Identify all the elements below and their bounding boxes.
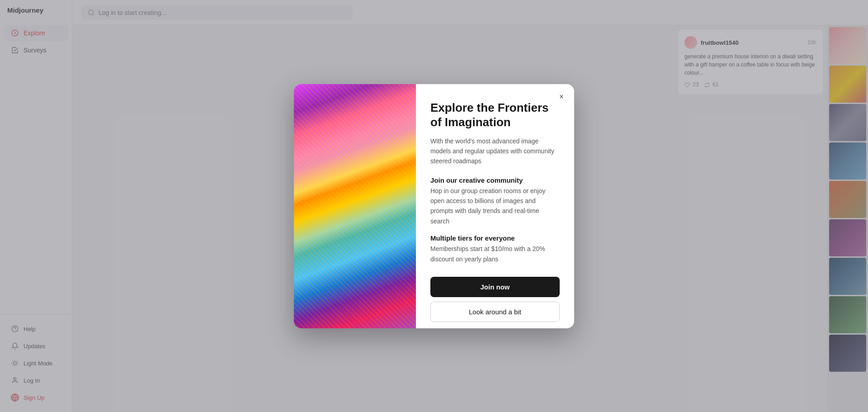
section2-title: Multiple tiers for everyone: [430, 234, 560, 242]
modal-backdrop: × Explore the Frontiers of Imagination W…: [0, 0, 868, 412]
close-button[interactable]: ×: [555, 90, 568, 103]
section1-text: Hop in our group creation rooms or enjoy…: [430, 186, 560, 227]
modal-image: [294, 84, 416, 328]
look-around-button[interactable]: Look around a bit: [430, 302, 560, 322]
join-now-button[interactable]: Join now: [430, 277, 560, 297]
modal-actions: Join now Look around a bit Already have …: [430, 272, 560, 328]
modal-title: Explore the Frontiers of Imagination: [430, 100, 560, 130]
modal-section-tiers: Multiple tiers for everyone Memberships …: [430, 234, 560, 264]
section2-text: Memberships start at $10/mo with a 20% d…: [430, 244, 560, 264]
modal-section-community: Join our creative community Hop in our g…: [430, 176, 560, 227]
section1-title: Join our creative community: [430, 176, 560, 184]
modal-content: Explore the Frontiers of Imagination Wit…: [416, 84, 574, 328]
modal-subtitle: With the world's most advanced image mod…: [430, 136, 560, 166]
modal-dialog: × Explore the Frontiers of Imagination W…: [294, 84, 574, 328]
